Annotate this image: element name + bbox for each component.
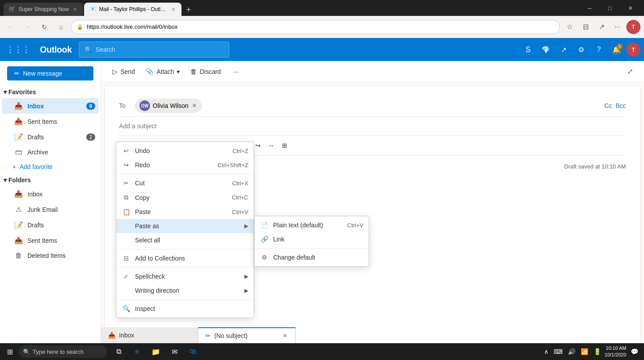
compose-tab-close[interactable]: ✕ xyxy=(282,332,288,340)
ctx-paste-as-label: Paste as xyxy=(135,222,240,230)
new-message-button[interactable]: ✏ New message xyxy=(7,66,93,80)
address-text: https://outlook.live.com/mail/0/inbox xyxy=(87,23,554,30)
ctx-undo[interactable]: ↩ Undo Ctrl+Z xyxy=(116,144,254,158)
outlook-topbar: ⋮⋮⋮ Outlook 🔍 S 💎 ↗ ⚙ ? 🔔 6 xyxy=(0,38,644,61)
sidebar-item-drafts-folder[interactable]: 📝 Drafts xyxy=(2,217,99,233)
cc-bcc-controls: Cc Bcc xyxy=(605,102,626,109)
skype-icon-btn[interactable]: S xyxy=(520,42,536,57)
browser-tab-1[interactable]: 🛒 Super Shopping Now ✕ xyxy=(4,3,83,16)
new-tab-button[interactable]: + xyxy=(182,4,195,16)
undo-icon: ↩ xyxy=(122,147,131,154)
taskbar-clock[interactable]: 10:10 AM 10/1/2020 xyxy=(605,345,626,359)
maximize-button[interactable]: □ xyxy=(600,0,620,16)
refresh-button[interactable]: ↻ xyxy=(37,20,51,34)
sidebar-item-junk[interactable]: ⚠ Junk Email xyxy=(2,202,99,217)
inbox-bottom-tab[interactable]: 📥 Inbox xyxy=(101,327,198,343)
share-icon[interactable]: ↗ xyxy=(594,20,609,34)
folders-section-header[interactable]: ▾ Folders xyxy=(0,174,100,186)
sidebar-item-inbox-fav[interactable]: 📥 Inbox 6 xyxy=(2,98,99,114)
send-button[interactable]: ▷ Send xyxy=(108,65,139,78)
rtl-btn[interactable]: ↔ xyxy=(265,139,278,152)
expand-compose-button[interactable]: ⤢ xyxy=(623,65,637,79)
sidebar-item-sent-folder[interactable]: 📤 Sent Items xyxy=(2,233,99,248)
taskbar-keyboard-icon[interactable]: ⌨ xyxy=(552,346,564,357)
notifications-icon-btn[interactable]: 🔔 6 xyxy=(609,42,625,57)
taskbar-store[interactable]: 🛍 xyxy=(184,344,202,360)
profile-avatar[interactable]: T xyxy=(626,20,640,34)
sidebar-item-sent-fav[interactable]: 📤 Sent Items xyxy=(2,114,99,129)
compose-bottom-tab[interactable]: ✏ (No subject) ✕ xyxy=(198,327,296,343)
ctx-inspect[interactable]: 🔍 Inspect xyxy=(116,302,254,316)
home-button[interactable]: ⌂ xyxy=(54,20,68,34)
recipient-avatar: OW xyxy=(139,100,150,111)
favorites-section-header[interactable]: ▾ Favorites xyxy=(0,86,100,98)
archive-icon: 🗃 xyxy=(14,148,23,156)
ctx-paste-as[interactable]: Paste as ▶ xyxy=(116,219,254,233)
subject-input[interactable] xyxy=(119,123,626,130)
bcc-button[interactable]: Bcc xyxy=(616,102,626,109)
ctx-paste[interactable]: 📋 Paste Ctrl+V xyxy=(116,205,254,219)
sidebar-item-inbox-folder[interactable]: 📥 Inbox xyxy=(2,186,99,202)
more-options-button[interactable]: ··· xyxy=(229,65,243,78)
taskbar-explorer[interactable]: 📁 xyxy=(147,344,165,360)
collections-icon[interactable]: ⊟ xyxy=(578,20,593,34)
tab2-close[interactable]: ✕ xyxy=(170,6,176,13)
browser-tab-2[interactable]: 📧 Mail - Taylor Phillips - Outloo... ✕ xyxy=(84,3,181,16)
settings-icon-btn[interactable]: ⚙ xyxy=(573,42,589,57)
taskbar-mail[interactable]: ✉ xyxy=(166,344,183,360)
search-box[interactable]: 🔍 xyxy=(79,42,229,57)
address-bar[interactable]: 🔒 https://outlook.live.com/mail/0/inbox xyxy=(71,20,560,34)
ctx-select-all[interactable]: Select all xyxy=(116,233,254,247)
attach-button[interactable]: 📎 Attach ▾ xyxy=(141,65,185,78)
context-menu: ↩ Undo Ctrl+Z ↪ Redo Ctrl+Shift+Z ✂ Cut … xyxy=(116,142,254,318)
edge-icon: e xyxy=(135,348,139,356)
sub-link[interactable]: 🔗 Link xyxy=(255,232,369,246)
sidebar-item-drafts-fav[interactable]: 📝 Drafts 2 xyxy=(2,129,99,145)
taskbar-notification-center[interactable]: 💬 xyxy=(628,345,640,358)
favorites-icon[interactable]: ☆ xyxy=(563,20,577,34)
taskbar-edge[interactable]: e xyxy=(128,344,146,360)
add-favorite-link[interactable]: + Add favorite xyxy=(0,160,100,174)
sidebar-item-archive-fav[interactable]: 🗃 Archive xyxy=(2,145,99,160)
ctx-copy[interactable]: ⧉ Copy Ctrl+C xyxy=(116,190,254,205)
ctx-cut[interactable]: ✂ Cut Ctrl+X xyxy=(116,176,254,190)
sub-change-default[interactable]: ⚙ Change default xyxy=(255,250,369,264)
ctx-spellcheck[interactable]: ✓ Spellcheck ▶ xyxy=(116,269,254,283)
browser-chrome: 🛒 Super Shopping Now ✕ 📧 Mail - Taylor P… xyxy=(0,0,644,16)
recipient-remove-button[interactable]: ✕ xyxy=(191,102,197,110)
minimize-button[interactable]: ─ xyxy=(579,0,600,16)
sidebar-item-deleted[interactable]: 🗑 Deleted Items xyxy=(2,248,99,263)
taskbar-battery-icon[interactable]: 🔋 xyxy=(592,346,603,357)
ctx-writing-direction[interactable]: Writing direction ▶ xyxy=(116,283,254,298)
taskbar-search[interactable]: 🔍 Type here to search xyxy=(19,345,107,358)
close-button[interactable]: ✕ xyxy=(620,0,640,16)
search-input[interactable] xyxy=(96,46,224,53)
inbox-fav-label: Inbox xyxy=(27,103,82,110)
taskbar-network-icon[interactable]: 📶 xyxy=(579,346,590,357)
address-bar-actions: ☆ ⊟ ↗ ··· T xyxy=(563,20,640,34)
junk-icon: ⚠ xyxy=(14,205,23,214)
ctx-redo[interactable]: ↪ Redo Ctrl+Shift+Z xyxy=(116,158,254,172)
forward-button[interactable]: → xyxy=(20,20,35,34)
cc-button[interactable]: Cc xyxy=(605,102,612,109)
settings-dots-icon[interactable]: ··· xyxy=(610,20,625,34)
taskbar-chevron-icon[interactable]: ∧ xyxy=(542,346,550,357)
discard-button[interactable]: 🗑 Discard xyxy=(186,65,225,78)
tab1-close[interactable]: ✕ xyxy=(72,6,78,13)
sub-change-default-label: Change default xyxy=(273,254,363,261)
help-icon-btn[interactable]: ? xyxy=(591,42,607,57)
table-btn[interactable]: ⊞ xyxy=(278,139,291,152)
sub-plain-text[interactable]: 📄 Plain text (default) Ctrl+V xyxy=(255,218,369,232)
start-button[interactable]: ⊞ xyxy=(2,344,18,360)
taskbar-search-text: Type here to search xyxy=(33,349,84,355)
back-button[interactable]: ← xyxy=(4,20,18,34)
ctx-add-collections[interactable]: ⊟ Add to Collections xyxy=(116,251,254,265)
user-avatar[interactable]: T xyxy=(626,42,640,57)
send-feedback-icon-btn[interactable]: ↗ xyxy=(555,42,571,57)
ctx-select-all-label: Select all xyxy=(135,237,248,244)
taskbar-taskview[interactable]: ⧉ xyxy=(110,344,127,360)
rewards-icon-btn[interactable]: 💎 xyxy=(538,42,554,57)
app-launcher-icon[interactable]: ⋮⋮⋮ xyxy=(4,42,33,57)
taskbar-volume-icon[interactable]: 🔊 xyxy=(566,346,577,357)
settings-icon: ⚙ xyxy=(578,46,584,54)
